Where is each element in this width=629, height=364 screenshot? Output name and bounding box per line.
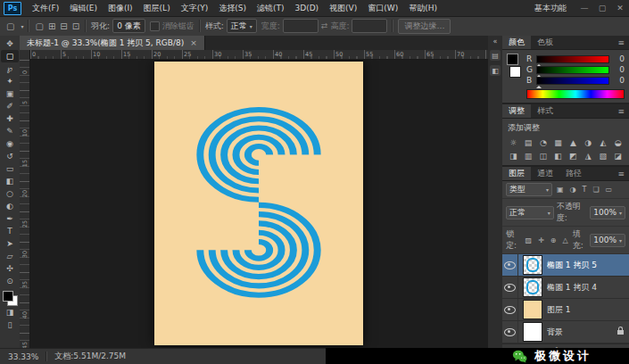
pen-tool-button[interactable]: ✒ <box>1 212 19 225</box>
antialias-checkbox[interactable] <box>150 21 160 31</box>
document-tab[interactable]: 未标题-1 @ 33.3%(椭圆 1 拷贝 5, RGB/8) × <box>20 36 205 50</box>
menu-item-3d[interactable]: 3D(D) <box>289 0 324 16</box>
lasso-tool-button[interactable]: ℘ <box>1 62 19 75</box>
filter-shape-layers-icon[interactable]: ❏ <box>591 186 600 194</box>
layer-filter-select[interactable]: 类型 ▾ <box>506 183 552 196</box>
canvas-area[interactable] <box>29 60 488 348</box>
blue-slider[interactable] <box>536 77 609 85</box>
menu-item-layer[interactable]: 图层(L) <box>138 0 176 16</box>
adjustment-icon[interactable]: ◪ <box>611 150 625 161</box>
dodge-tool-button[interactable]: ◐ <box>1 200 19 212</box>
quick-selection-tool-button[interactable]: ✦ <box>1 75 19 87</box>
eraser-tool-button[interactable]: ▭ <box>1 162 19 175</box>
layer-thumbnail[interactable] <box>523 322 542 342</box>
tool-preset-picker[interactable]: ▢ ▾ <box>5 21 23 31</box>
filter-pixel-layers-icon[interactable]: ▣ <box>555 186 566 194</box>
style-select[interactable]: 正常 ▾ <box>227 19 257 33</box>
adjustment-icon[interactable]: ◮ <box>582 150 595 161</box>
adjustment-icon[interactable]: ▦ <box>551 136 565 148</box>
layer-row[interactable]: 图层 1 <box>502 299 629 321</box>
layer-row[interactable]: 椭圆 1 拷贝 4 <box>502 277 629 299</box>
filter-type-layers-icon[interactable]: T <box>581 186 589 194</box>
tab-close-icon[interactable]: × <box>190 38 197 47</box>
lock-image-pixels-icon[interactable]: ✛ <box>536 236 546 244</box>
menu-item-file[interactable]: 文件(F) <box>27 0 64 16</box>
adjustment-icon[interactable]: ◨ <box>507 150 520 161</box>
menu-item-edit[interactable]: 编辑(E) <box>64 0 103 16</box>
swap-dimensions-icon[interactable]: ⇄ <box>321 21 328 30</box>
workspace-switcher[interactable]: 基本功能 <box>526 3 575 14</box>
visibility-eye-icon[interactable] <box>504 261 516 269</box>
tab-styles[interactable]: 样式 <box>531 104 559 118</box>
background-color-swatch[interactable] <box>509 66 521 78</box>
layer-row[interactable]: 背景 <box>502 321 629 343</box>
visibility-eye-icon[interactable] <box>504 284 516 292</box>
adjustment-icon[interactable]: ▧ <box>597 150 610 161</box>
foreground-background-swatches[interactable] <box>507 54 521 78</box>
menu-item-type[interactable]: 文字(Y) <box>176 0 214 16</box>
gradient-tool-button[interactable]: ◧ <box>1 175 19 187</box>
fill-select[interactable]: 100% ▾ <box>590 234 625 247</box>
layer-thumbnail[interactable] <box>523 300 542 319</box>
adjustment-icon[interactable]: ◔ <box>537 136 550 148</box>
close-button[interactable]: ✕ <box>611 4 629 12</box>
crop-tool-button[interactable]: ▣ <box>1 87 19 100</box>
foreground-background-swatches[interactable] <box>3 291 18 306</box>
feather-input[interactable]: 0 像素 <box>112 19 145 33</box>
selection-mode-new-icon[interactable]: ▢ <box>34 21 44 31</box>
foreground-color-swatch[interactable] <box>3 291 13 302</box>
adjustment-icon[interactable]: ▤ <box>522 136 535 148</box>
tab-adjustments[interactable]: 调整 <box>502 104 531 118</box>
tab-paths[interactable]: 路径 <box>559 167 588 180</box>
collapsed-panel-icon[interactable]: ▤ <box>490 50 501 61</box>
healing-brush-tool-button[interactable]: ✚ <box>1 112 19 125</box>
adjustment-icon[interactable]: ◧ <box>551 150 565 161</box>
selection-mode-intersect-icon[interactable]: ⊡ <box>71 21 80 31</box>
move-tool-button[interactable]: ✥ <box>1 37 19 50</box>
foreground-color-swatch[interactable] <box>507 54 518 65</box>
hand-tool-button[interactable]: ✣ <box>1 262 19 275</box>
clone-stamp-tool-button[interactable]: ◉ <box>1 137 19 150</box>
adjustment-icon[interactable]: ◭ <box>597 136 610 148</box>
filter-smart-object-icon[interactable]: ▭ <box>604 186 615 194</box>
menu-item-filter[interactable]: 滤镜(T) <box>252 0 290 16</box>
adjustment-icon[interactable]: ◫ <box>537 150 550 161</box>
panel-menu-icon[interactable]: ≡ <box>613 104 629 118</box>
lock-transparent-pixels-icon[interactable]: ▨ <box>524 236 534 244</box>
maximize-button[interactable]: ▢ <box>593 4 611 12</box>
lock-all-icon[interactable]: △ <box>561 236 570 244</box>
opacity-select[interactable]: 100% ▾ <box>590 206 625 219</box>
shape-tool-button[interactable]: ▱ <box>1 250 19 262</box>
adjustment-icon[interactable]: ☼ <box>507 136 520 148</box>
expand-panels-icon[interactable]: « <box>493 37 498 46</box>
layer-row[interactable]: 椭圆 1 拷贝 5 <box>502 254 629 277</box>
brush-tool-button[interactable]: ✎ <box>1 125 19 137</box>
adjustment-icon[interactable]: ◒ <box>611 136 625 148</box>
history-brush-tool-button[interactable]: ↺ <box>1 150 19 162</box>
zoom-level-field[interactable]: 33.33% <box>8 352 38 361</box>
zoom-tool-button[interactable]: ⊙ <box>1 275 19 287</box>
selection-mode-subtract-icon[interactable]: ⊟ <box>59 21 68 31</box>
blend-mode-select[interactable]: 正常 ▾ <box>506 206 554 219</box>
tab-layers[interactable]: 图层 <box>502 167 531 180</box>
tab-channels[interactable]: 通道 <box>531 167 559 180</box>
visibility-eye-icon[interactable] <box>504 306 516 314</box>
green-slider[interactable] <box>536 66 609 74</box>
selection-mode-add-icon[interactable]: ⊞ <box>47 21 56 31</box>
visibility-eye-icon[interactable] <box>504 328 516 336</box>
menu-item-select[interactable]: 选择(S) <box>213 0 252 16</box>
menu-item-window[interactable]: 窗口(W) <box>362 0 403 16</box>
screen-mode-button[interactable]: ▯ <box>1 318 19 331</box>
marquee-tool-button[interactable]: ▢ <box>1 50 19 62</box>
adjustment-icon[interactable]: ▥ <box>522 150 535 161</box>
menu-item-image[interactable]: 图像(I) <box>103 0 138 16</box>
adjustment-icon[interactable]: ▲ <box>567 136 580 148</box>
path-selection-tool-button[interactable]: ➤ <box>1 237 19 250</box>
adjustment-icon[interactable]: ◑ <box>582 136 595 148</box>
red-slider[interactable] <box>536 55 609 63</box>
height-input[interactable] <box>352 19 387 33</box>
tab-color[interactable]: 颜色 <box>502 36 531 49</box>
blue-value[interactable]: 0 <box>613 76 625 85</box>
collapsed-panel-icon[interactable]: ◧ <box>490 65 501 76</box>
tab-swatches[interactable]: 色板 <box>531 36 559 49</box>
